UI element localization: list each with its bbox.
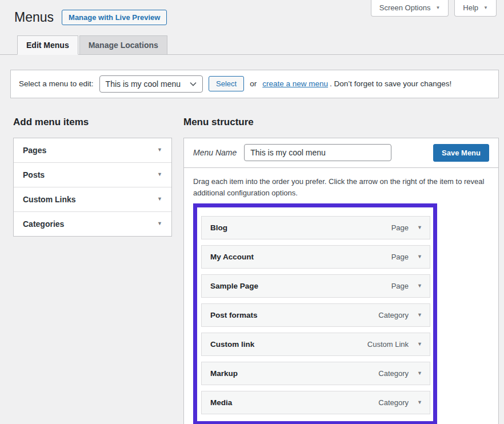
accordion-section-pages[interactable]: Pages ▼ — [14, 138, 171, 162]
menu-item-post-formats[interactable]: Post formats Category ▼ — [201, 303, 430, 327]
menu-item-label: Custom link — [210, 340, 254, 349]
chevron-down-icon[interactable]: ▼ — [417, 342, 422, 347]
screen-options-button[interactable]: Screen Options ▼ — [371, 0, 449, 17]
menu-item-label: Blog — [210, 223, 227, 232]
menu-item-label: Media — [210, 398, 232, 407]
menu-item-label: Post formats — [210, 311, 258, 319]
menu-item-type: Category — [378, 369, 409, 378]
nav-tab-bar: Edit Menus Manage Locations — [0, 35, 504, 55]
menu-select-bar: Select a menu to edit: This is my cool m… — [10, 70, 499, 98]
menu-item-media[interactable]: Media Category ▼ — [201, 391, 430, 414]
menu-structure-box: Menu Name Save Menu Drag each item into … — [183, 138, 499, 424]
drag-instructions: Drag each item into the order you prefer… — [193, 176, 489, 200]
chevron-down-icon — [190, 82, 197, 86]
help-button[interactable]: Help ▼ — [454, 0, 497, 17]
or-text: or — [250, 79, 257, 88]
chevron-down-icon[interactable]: ▼ — [157, 172, 162, 177]
menu-item-type: Page — [391, 223, 409, 232]
create-new-menu-link[interactable]: create a new menu — [262, 79, 328, 88]
menu-name-label: Menu Name — [193, 148, 237, 157]
menu-item-type: Category — [378, 398, 409, 407]
add-menu-items-panel: Add menu items Pages ▼ Posts ▼ Custom Li… — [13, 117, 172, 237]
selected-menu-value: This is my cool menu — [106, 79, 181, 89]
add-menu-items-accordion: Pages ▼ Posts ▼ Custom Links ▼ Categorie… — [13, 138, 172, 237]
chevron-down-icon[interactable]: ▼ — [157, 197, 162, 202]
save-menu-button[interactable]: Save Menu — [433, 144, 489, 162]
menu-item-type: Page — [391, 253, 409, 261]
purple-highlight-annotation: Blog Page ▼ My Account Page ▼ Sample Pag… — [193, 203, 437, 424]
menu-item-custom-link[interactable]: Custom link Custom Link ▼ — [201, 333, 430, 356]
accordion-section-posts[interactable]: Posts ▼ — [14, 162, 171, 187]
chevron-down-icon[interactable]: ▼ — [417, 313, 422, 318]
menu-item-blog[interactable]: Blog Page ▼ — [201, 216, 430, 239]
chevron-down-icon: ▼ — [483, 6, 488, 10]
page-title: Menus — [14, 10, 54, 26]
tab-manage-locations[interactable]: Manage Locations — [79, 35, 167, 55]
accordion-label: Categories — [23, 219, 64, 229]
screen-options-label: Screen Options — [379, 3, 431, 12]
chevron-down-icon[interactable]: ▼ — [417, 283, 422, 289]
chevron-down-icon: ▼ — [435, 6, 440, 10]
menu-structure-heading: Menu structure — [183, 117, 499, 128]
menu-name-input[interactable] — [244, 144, 391, 161]
menu-name-row: Menu Name Save Menu — [184, 138, 498, 168]
menu-item-sample-page[interactable]: Sample Page Page ▼ — [201, 274, 430, 298]
accordion-label: Custom Links — [23, 195, 76, 204]
menu-item-label: Markup — [210, 369, 238, 378]
menu-item-my-account[interactable]: My Account Page ▼ — [201, 245, 430, 269]
chevron-down-icon[interactable]: ▼ — [417, 400, 422, 405]
chevron-down-icon[interactable]: ▼ — [417, 254, 422, 259]
menu-item-type: Page — [391, 282, 409, 290]
accordion-section-categories[interactable]: Categories ▼ — [14, 211, 171, 236]
select-menu-label: Select a menu to edit: — [19, 79, 94, 88]
help-label: Help — [463, 3, 478, 12]
tab-edit-menus[interactable]: Edit Menus — [17, 35, 78, 55]
menu-item-label: Sample Page — [210, 282, 258, 290]
save-changes-reminder: . Don’t forget to save your changes! — [330, 79, 451, 88]
chevron-down-icon[interactable]: ▼ — [417, 371, 422, 376]
accordion-section-custom-links[interactable]: Custom Links ▼ — [14, 187, 171, 211]
manage-live-preview-button[interactable]: Manage with Live Preview — [62, 10, 167, 25]
accordion-label: Posts — [23, 170, 45, 179]
menu-item-markup[interactable]: Markup Category ▼ — [201, 362, 430, 385]
accordion-label: Pages — [23, 146, 46, 155]
menu-structure-panel: Menu structure Menu Name Save Menu Drag … — [183, 117, 499, 424]
menu-item-type: Category — [378, 311, 409, 319]
menu-item-type: Custom Link — [367, 340, 409, 349]
select-button[interactable]: Select — [209, 76, 244, 91]
menu-structure-body: Drag each item into the order you prefer… — [184, 168, 498, 424]
add-menu-items-heading: Add menu items — [13, 117, 172, 128]
menu-select-dropdown[interactable]: This is my cool menu — [99, 75, 203, 93]
chevron-down-icon[interactable]: ▼ — [417, 225, 422, 230]
menu-item-label: My Account — [210, 253, 254, 261]
chevron-down-icon[interactable]: ▼ — [157, 221, 162, 226]
screen-meta-links: Screen Options ▼ Help ▼ — [371, 0, 497, 17]
chevron-down-icon[interactable]: ▼ — [157, 147, 162, 153]
